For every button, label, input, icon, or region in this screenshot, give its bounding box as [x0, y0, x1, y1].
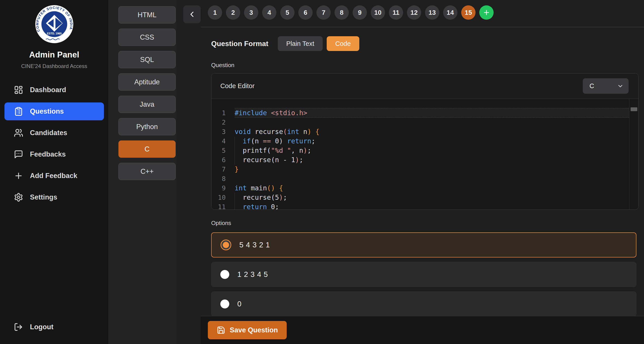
code-token: )	[279, 193, 283, 201]
code-token	[275, 184, 279, 192]
question-pill-5[interactable]: 5	[280, 5, 294, 20]
question-pill-11[interactable]: 11	[389, 5, 403, 20]
sidebar-nav: DashboardQuestionsCandidatesFeedbacksAdd…	[0, 81, 108, 206]
line-number: 4	[212, 136, 235, 146]
save-question-button[interactable]: Save Question	[208, 321, 287, 339]
question-pill-6[interactable]: 6	[298, 5, 312, 20]
radio-unselected-icon[interactable]	[220, 270, 229, 279]
code-area[interactable]: 1#include <stdio.h>23void recurse(int n)…	[212, 99, 638, 210]
category-button-aptitude[interactable]: Aptitude	[118, 73, 176, 91]
add-question-button[interactable]	[479, 5, 494, 20]
question-format-label: Question Format	[211, 40, 268, 48]
language-select[interactable]: C	[583, 78, 628, 94]
code-token: }	[235, 165, 239, 173]
sidebar: COMPUTER SOCIETY OF INDIA ESTD. 1965 Adm…	[0, 0, 108, 344]
option-row-3[interactable]: 0	[211, 291, 636, 316]
save-icon	[217, 326, 225, 334]
sidebar-item-label: Candidates	[30, 129, 67, 137]
chevron-left-icon	[188, 10, 196, 19]
feedbacks-icon	[14, 150, 23, 159]
code-token: )	[303, 147, 307, 154]
code-token: recurse(5	[243, 193, 279, 201]
question-pill-8[interactable]: 8	[334, 5, 349, 20]
question-pill-4[interactable]: 4	[262, 5, 276, 20]
line-number: 9	[212, 183, 235, 193]
question-pill-3[interactable]: 3	[244, 5, 258, 20]
code-token: recurse(n - 1	[243, 156, 295, 164]
chevron-down-icon	[617, 83, 624, 90]
sidebar-item-candidates[interactable]: Candidates	[4, 124, 104, 142]
code-line-content: if(n == 0) return;	[235, 136, 629, 146]
radio-unselected-icon[interactable]	[220, 299, 229, 308]
question-pill-14[interactable]: 14	[443, 5, 458, 20]
sidebar-item-dashboard[interactable]: Dashboard	[4, 81, 104, 99]
code-token: ;	[299, 156, 303, 164]
code-scrollbar[interactable]	[629, 99, 638, 210]
question-nav-bar: 123456789101112131415	[176, 0, 644, 27]
category-button-c[interactable]: C	[118, 140, 176, 158]
code-line-content: #include <stdio.h>	[235, 108, 629, 118]
code-line-7: 7}	[212, 165, 629, 174]
question-pill-13[interactable]: 13	[425, 5, 439, 20]
sidebar-subtitle: CINE'24 Dashboard Access	[21, 63, 87, 69]
question-pill-15[interactable]: 15	[461, 5, 476, 20]
save-question-label: Save Question	[230, 326, 278, 334]
sidebar-item-questions[interactable]: Questions	[4, 102, 104, 120]
question-number-list: 123456789101112131415	[208, 5, 494, 20]
radio-selected-icon[interactable]	[220, 239, 231, 250]
code-token: ;	[307, 147, 311, 154]
question-field-label: Question	[211, 62, 639, 69]
code-scrollbar-thumb[interactable]	[630, 107, 637, 111]
sidebar-item-label: Add Feedback	[30, 172, 77, 180]
question-format-row: Question Format Plain Text Code	[211, 36, 639, 51]
code-token: n	[299, 128, 307, 136]
line-number: 1	[212, 108, 235, 118]
category-button-css[interactable]: CSS	[118, 29, 176, 46]
sidebar-item-settings[interactable]: Settings	[4, 188, 104, 206]
back-button[interactable]	[183, 5, 201, 23]
code-token: "%d "	[271, 147, 291, 154]
code-line-content	[235, 174, 629, 183]
code-token: (	[283, 128, 287, 136]
category-button-python[interactable]: Python	[118, 118, 176, 135]
logout-label: Logout	[30, 323, 54, 331]
question-pill-9[interactable]: 9	[352, 5, 367, 20]
code-line-1: 1#include <stdio.h>	[212, 108, 629, 118]
option-row-2[interactable]: 1 2 3 4 5	[211, 262, 636, 287]
code-line-content: recurse(5);	[235, 193, 629, 202]
language-select-value: C	[590, 82, 594, 90]
sidebar-item-label: Settings	[30, 193, 57, 201]
question-pill-10[interactable]: 10	[371, 5, 385, 20]
code-token: 0;	[267, 203, 279, 210]
code-token: ;	[311, 137, 315, 145]
format-plain-text-button[interactable]: Plain Text	[278, 36, 323, 51]
option-row-1[interactable]: 5 4 3 2 1	[211, 232, 636, 257]
sidebar-item-add-feedback[interactable]: Add Feedback	[4, 167, 104, 185]
category-button-java[interactable]: Java	[118, 96, 176, 113]
code-line-content: }	[235, 165, 629, 174]
format-code-button[interactable]: Code	[327, 36, 359, 51]
logout-button[interactable]: Logout	[0, 318, 108, 344]
line-number: 3	[212, 127, 235, 136]
code-token: )	[295, 156, 299, 164]
question-pill-12[interactable]: 12	[407, 5, 421, 20]
category-button-sql[interactable]: SQL	[118, 51, 176, 68]
code-line-content: printf("%d ", n);	[235, 146, 629, 155]
category-button-cpp[interactable]: C++	[118, 163, 176, 180]
code-editor-header: Code Editor C	[212, 73, 638, 99]
code-token: {	[279, 184, 283, 192]
question-pill-7[interactable]: 7	[316, 5, 331, 20]
category-button-html[interactable]: HTML	[118, 6, 176, 24]
code-token: ;	[283, 193, 287, 201]
line-number: 10	[212, 193, 235, 202]
plus-icon	[14, 171, 23, 180]
sidebar-item-feedbacks[interactable]: Feedbacks	[4, 145, 104, 163]
code-line-11: 11return 0;	[212, 202, 629, 210]
code-line-4: 4if(n == 0) return;	[212, 136, 629, 146]
plus-icon	[483, 9, 490, 16]
line-number: 7	[212, 165, 235, 174]
code-line-10: 10recurse(5);	[212, 193, 629, 202]
code-token: printf(	[243, 147, 271, 154]
question-pill-1[interactable]: 1	[208, 5, 222, 20]
question-pill-2[interactable]: 2	[226, 5, 240, 20]
